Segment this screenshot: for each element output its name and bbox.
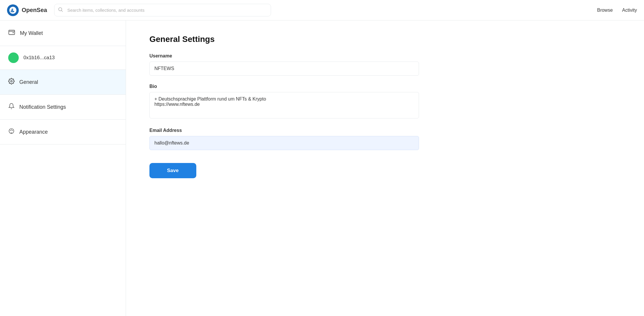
svg-rect-4 — [13, 32, 14, 33]
search-bar — [54, 4, 271, 16]
svg-point-6 — [10, 130, 11, 131]
sidebar-item-appearance[interactable]: Appearance — [0, 120, 126, 145]
username-section: Username — [149, 53, 621, 76]
opensea-logo-icon — [7, 4, 19, 16]
sidebar-item-label-notifications: Notification Settings — [19, 104, 66, 110]
svg-line-2 — [61, 10, 62, 11]
bio-label: Bio — [149, 84, 621, 89]
sidebar-item-notifications[interactable]: Notification Settings — [0, 95, 126, 120]
username-label: Username — [149, 53, 621, 59]
sidebar-item-my-wallet[interactable]: My Wallet — [0, 21, 126, 46]
navbar: OpenSea Browse Activity — [0, 0, 644, 21]
wallet-address-item[interactable]: 0x1b16...ca13 — [0, 46, 126, 70]
logo-text: OpenSea — [22, 7, 47, 13]
bio-section: Bio + Deutschsprachige Plattform rund um… — [149, 84, 621, 120]
my-wallet-label: My Wallet — [20, 30, 43, 36]
palette-icon — [8, 128, 15, 136]
sidebar-item-label-general: General — [19, 79, 38, 85]
svg-rect-3 — [9, 30, 15, 35]
sidebar: My Wallet 0x1b16...ca13 General No — [0, 21, 126, 316]
svg-point-8 — [12, 130, 13, 131]
bio-textarea[interactable]: + Deutschsprachige Plattform rund um NFT… — [149, 92, 419, 118]
username-input[interactable] — [149, 62, 419, 76]
logo-link[interactable]: OpenSea — [7, 4, 47, 16]
bio-textarea-wrapper: + Deutschsprachige Plattform rund um NFT… — [149, 92, 419, 120]
save-button[interactable]: Save — [149, 163, 196, 178]
wallet-dot — [8, 52, 19, 63]
svg-point-0 — [7, 4, 19, 16]
svg-point-7 — [11, 130, 12, 130]
email-section: Email Address — [149, 128, 621, 150]
main-content: General Settings Username Bio + Deutschs… — [126, 21, 644, 316]
browse-link[interactable]: Browse — [597, 8, 613, 13]
navbar-right: Browse Activity — [597, 8, 637, 13]
wallet-icon — [8, 29, 15, 38]
gear-icon — [8, 78, 15, 86]
activity-link[interactable]: Activity — [622, 8, 637, 13]
page-title: General Settings — [149, 35, 621, 44]
email-input[interactable] — [149, 136, 419, 150]
bell-icon — [8, 103, 15, 111]
layout: My Wallet 0x1b16...ca13 General No — [0, 21, 644, 316]
search-input[interactable] — [54, 4, 271, 16]
wallet-address-text: 0x1b16...ca13 — [23, 55, 55, 61]
search-icon — [58, 7, 63, 13]
sidebar-item-general[interactable]: General — [0, 70, 126, 95]
email-label: Email Address — [149, 128, 621, 133]
sidebar-item-label-appearance: Appearance — [19, 129, 48, 135]
